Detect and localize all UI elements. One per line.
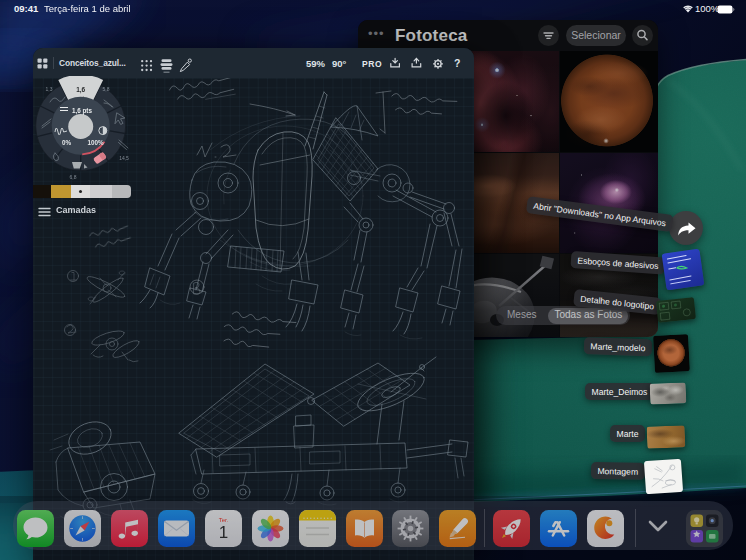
svg-text:1,3: 1,3 (46, 86, 53, 92)
svg-text:14,5: 14,5 (119, 155, 129, 161)
svg-text:1,6 pts: 1,6 pts (72, 107, 92, 115)
svg-text:6,8: 6,8 (70, 174, 77, 180)
svg-text:0%: 0% (62, 139, 72, 146)
svg-text:Ter.: Ter. (218, 517, 228, 523)
svg-text:1: 1 (219, 523, 228, 542)
svg-text:1,6: 1,6 (76, 86, 85, 94)
svg-text:5,8: 5,8 (103, 86, 110, 92)
svg-text:100%: 100% (88, 139, 105, 146)
